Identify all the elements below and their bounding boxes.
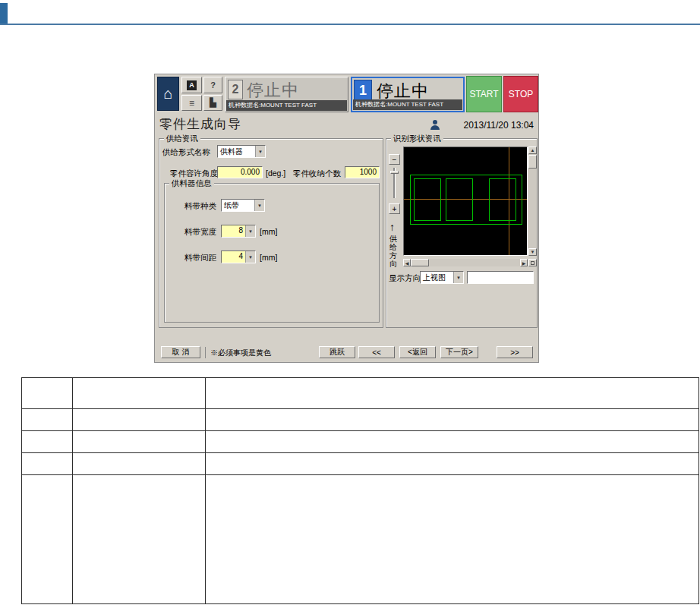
status-panel-machine-2[interactable]: 2 停止中 机种数据名:MOUNT TEST FAST	[225, 77, 348, 112]
table-cell	[206, 409, 699, 431]
chevron-down-icon: ▼	[245, 251, 255, 263]
machine-state-label: 停止中	[247, 79, 299, 102]
scroll-up-icon: ▲	[531, 148, 535, 153]
zoom-in-button[interactable]: +	[389, 203, 400, 214]
plus-icon: +	[393, 205, 397, 213]
scrollbar-corner-button[interactable]	[528, 259, 537, 266]
supply-form-value: 供料器	[218, 146, 255, 157]
letter-a-icon: A	[187, 80, 197, 90]
feeder-info-legend: 供料器信息	[169, 178, 214, 189]
supply-form-select[interactable]: 供料器 ▼	[217, 145, 266, 158]
stop-button[interactable]: STOP	[503, 76, 538, 112]
view-horizontal-scrollbar[interactable]: ◀ ▶	[403, 259, 528, 266]
cancel-label: 取 消	[172, 347, 190, 358]
home-icon: ⌂	[163, 85, 172, 102]
chevron-down-icon: ▼	[453, 272, 463, 283]
corner-icon	[531, 261, 534, 265]
forward-button[interactable]: >>	[497, 346, 533, 358]
scroll-left-button[interactable]: ◀	[403, 259, 411, 266]
forward-label: >>	[510, 348, 519, 357]
count-input[interactable]: 1000	[345, 166, 380, 178]
pocket-outline-3	[489, 178, 516, 221]
angle-input[interactable]: 0.000	[217, 166, 263, 178]
mode-a-button[interactable]: A	[181, 77, 202, 93]
tape-pitch-label: 料带间距	[184, 253, 216, 263]
zoom-slider-handle[interactable]	[390, 171, 399, 174]
scroll-down-button[interactable]: ▼	[528, 248, 537, 256]
table-cell	[73, 409, 206, 431]
supply-info-group: 供给资讯 供给形式名称 供料器 ▼ 零件容许角度 0.000 [deg.] 零件…	[159, 138, 383, 328]
chevron-down-icon: ▼	[245, 225, 255, 237]
recognition-group: 识别形状资讯 − + ↑ 供给方向 ▲	[386, 138, 538, 328]
table-cell	[73, 475, 206, 604]
page-title: 零件生成向导	[159, 115, 241, 133]
pocket-outline-1	[414, 178, 441, 221]
feeder-tool-icon: ▙	[210, 98, 216, 108]
table-cell	[22, 409, 73, 431]
part-shape-view	[403, 147, 528, 256]
tape-width-unit-label: [mm]	[260, 227, 277, 236]
tape-type-value: 纸带	[222, 200, 254, 211]
chevron-down-icon: ▼	[255, 146, 265, 157]
scroll-right-button[interactable]: ▶	[520, 259, 528, 266]
scroll-left-icon: ◀	[405, 260, 409, 266]
stop-label: STOP	[509, 89, 533, 99]
table-cell	[22, 431, 73, 453]
menu-icon: ≡	[189, 98, 194, 109]
home-button[interactable]: ⌂	[157, 77, 179, 111]
tape-width-label: 料带宽度	[184, 227, 216, 238]
table-row	[22, 409, 699, 431]
table-cell	[206, 453, 699, 475]
feeder-tool-button[interactable]: ▙	[203, 95, 222, 111]
rewind-label: <<	[372, 348, 381, 357]
table-cell	[206, 475, 699, 604]
back-button[interactable]: <返回	[399, 346, 436, 358]
supply-info-legend: 供给资讯	[164, 134, 200, 144]
view-vertical-scrollbar[interactable]: ▲ ▼	[528, 147, 537, 256]
tape-pitch-select[interactable]: 4 ▼	[221, 251, 256, 263]
table-cell	[22, 475, 73, 604]
jump-label: 跳跃	[330, 347, 345, 358]
table-row	[22, 378, 699, 409]
cancel-button[interactable]: 取 消	[161, 346, 200, 358]
feed-direction-arrow-icon: ↑	[389, 221, 395, 233]
status-panel-machine-1[interactable]: 1 停止中 机种数据名:MOUNT TEST FAST	[351, 77, 465, 112]
tape-width-value: 8	[222, 225, 245, 237]
tape-pitch-value: 4	[222, 251, 245, 263]
table-cell	[73, 431, 206, 453]
doc-table	[21, 377, 699, 604]
machine-number-badge: 2	[228, 80, 243, 99]
user-icon	[430, 120, 440, 130]
next-page-label: 下一页>	[446, 347, 473, 358]
table-cell	[206, 378, 699, 409]
feed-direction-label: 供给方向	[389, 235, 398, 268]
menu-button[interactable]: ≡	[181, 95, 202, 111]
zoom-out-button[interactable]: −	[389, 154, 400, 165]
vertical-scroll-thumb[interactable]	[528, 155, 537, 169]
display-direction-select[interactable]: 上视图 ▼	[420, 271, 464, 284]
tape-width-select[interactable]: 8 ▼	[221, 225, 256, 238]
scroll-up-button[interactable]: ▲	[528, 147, 537, 154]
recognition-legend: 识别形状资讯	[391, 134, 443, 144]
tape-type-select[interactable]: 纸带 ▼	[221, 199, 265, 212]
table-cell	[73, 453, 206, 475]
machine-number-badge: 1	[354, 80, 372, 101]
minus-icon: −	[393, 156, 397, 164]
jump-button[interactable]: 跳跃	[319, 346, 355, 358]
angle-unit-label: [deg.]	[266, 169, 285, 178]
recognition-value-box[interactable]	[467, 271, 534, 284]
next-page-button[interactable]: 下一页>	[440, 346, 478, 358]
help-icon: ?	[210, 80, 216, 90]
help-button[interactable]: ?	[203, 77, 222, 93]
table-row	[22, 431, 699, 453]
rewind-button[interactable]: <<	[358, 346, 395, 358]
start-button[interactable]: START	[466, 76, 502, 112]
header-accent-square	[0, 3, 8, 24]
feeder-info-group: 供料器信息 料带种类 纸带 ▼ 料带宽度 8 ▼ [mm] 料带间距 4 ▼ […	[164, 183, 380, 323]
table-cell	[73, 378, 206, 409]
table-cell	[206, 431, 699, 453]
table-row	[22, 475, 699, 604]
back-label: <返回	[408, 347, 427, 358]
horizontal-scroll-thumb[interactable]	[411, 259, 429, 266]
required-note: ※必须事项是黄色	[205, 347, 271, 358]
